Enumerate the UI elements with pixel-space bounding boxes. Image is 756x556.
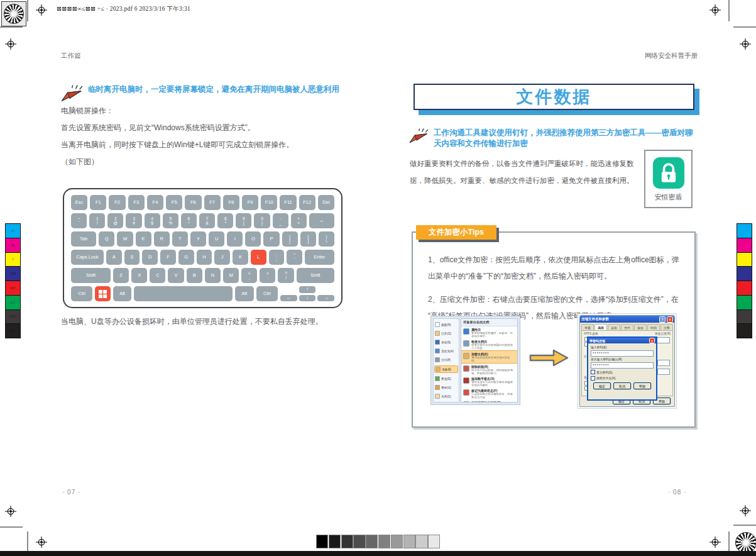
office-prepare-item-icon xyxy=(463,377,469,384)
color-swatch xyxy=(737,310,752,325)
winrar-tab: 备份 xyxy=(634,324,647,330)
arrow-left-key: ← xyxy=(280,295,297,302)
office-menu-item: 打印(P) xyxy=(434,357,458,363)
field-fragment xyxy=(657,369,670,375)
windows-logo-icon xyxy=(99,290,107,298)
keyboard-key: Shift xyxy=(71,268,111,283)
field-fragment xyxy=(657,360,670,366)
keyboard-key: F11 xyxy=(280,195,296,210)
keyboard-key: T xyxy=(172,231,188,247)
keyboard-key: C xyxy=(150,268,165,283)
keyboard-row: ShiftZXCVBNM<,>.?/Shift xyxy=(71,268,334,283)
grayscale-swatch xyxy=(316,535,328,548)
tip-heading: 临时离开电脑时，一定要将屏幕锁定，避免在离开期间电脑被人恶意利用 xyxy=(88,84,344,95)
password-dialog-buttons: 确定取消帮助 xyxy=(591,381,654,391)
paragraph: （如下图） xyxy=(61,153,337,170)
keyboard-key: F8 xyxy=(223,195,239,210)
keyboard-key: <, xyxy=(241,268,257,283)
keyboard-key: 0) xyxy=(254,213,270,228)
app-badge-label: 安恒密盾 xyxy=(655,192,682,202)
keyboard-key: F9 xyxy=(242,195,258,210)
grayscale-swatch xyxy=(329,535,341,548)
keyboard-key: N xyxy=(205,268,221,283)
body-text: 做好重要资料文件的备份，以备当文件遭到严重破坏时，能迅速修复数据，降低损失。对重… xyxy=(410,155,647,189)
slug-line: ⊠⊠⊠⊠∞≤⊠⊠ ÷≤ · 2023.pdf 6 2023/3/16 下午3:3… xyxy=(57,5,190,13)
keyboard-key: X xyxy=(131,268,147,283)
office-menu-item: 保存(S) xyxy=(434,339,458,345)
grayscale-swatch xyxy=(378,535,390,548)
keyboard-key: Z xyxy=(113,268,129,283)
grayscale-swatch xyxy=(366,535,378,548)
keyboard-key: 3# xyxy=(126,213,141,228)
color-swatch: K xyxy=(6,324,20,338)
office-prepare-item-icon xyxy=(463,328,469,335)
office-prepare-item-text: 加密文档(E)通过添加加密来增强文档的安全性。 xyxy=(471,352,515,362)
color-swatch: Y xyxy=(6,253,20,267)
keyboard-row: ~`1!2@3#4$5%6^7&8*9(0)-_+=← xyxy=(71,213,334,228)
space-key xyxy=(134,286,233,301)
app-badge: 安恒密盾 xyxy=(644,150,693,208)
winrar-titlebar: 压缩文件名和参数 ? ✕ xyxy=(580,316,674,323)
paragraph: 首先设置系统密码，见前文“Windows系统密码设置方式”。 xyxy=(61,120,337,136)
cmyk-color-bar: CMYCMMYCYCMYK xyxy=(5,223,21,338)
print-sheet: ⊠⊠⊠⊠∞≤⊠⊠ ÷≤ · 2023.pdf 6 2023/3/16 下午3:3… xyxy=(0,0,756,556)
registration-crosshair-icon xyxy=(740,505,751,516)
section-title-box: 文件数据 xyxy=(414,84,694,110)
grayscale-swatch xyxy=(353,535,365,548)
cmyk-color-bar xyxy=(737,223,752,338)
color-swatch xyxy=(737,267,752,281)
keyboard-key: 9( xyxy=(236,213,251,228)
keyboard-key: B xyxy=(187,268,202,283)
winrar-tab: 选项 xyxy=(608,324,620,330)
office-prepare-item-text: 添加数字签名(S)通过添加不可见的数字签名来确保文档的完整性。 xyxy=(471,377,515,387)
registration-crosshair-icon xyxy=(740,38,751,50)
group-label: NTFS 选项 xyxy=(584,332,598,335)
office-menu-item-icon xyxy=(435,331,440,336)
keyboard-key: 8* xyxy=(217,213,233,228)
keyboard-key: H xyxy=(197,250,212,265)
keyboard-key: F3 xyxy=(128,195,145,210)
arrow-key-cluster: ↑←↓→ xyxy=(280,286,334,301)
color-swatch xyxy=(737,324,752,338)
grayscale-swatch xyxy=(403,535,415,548)
color-swatch: MY xyxy=(6,281,20,296)
keyboard-key: ~` xyxy=(71,213,87,228)
keyboard-key: F10 xyxy=(261,195,277,210)
office-prepare-item: 添加数字签名(S)通过添加不可见的数字签名来确保文档的完整性。 xyxy=(461,375,517,387)
keyboard-key: V xyxy=(168,268,184,283)
password-dialog-body: 输入密码(E) ******** 再次输入密码以确认(R) ******** 显… xyxy=(588,343,656,399)
color-swatch xyxy=(737,224,752,238)
tips-box: 文件加密小Tips 1、office文件加密：按照先后顺序，依次使用鼠标点击左上… xyxy=(412,231,696,428)
registration-star-target-icon xyxy=(735,532,756,553)
color-swatch: C xyxy=(6,224,20,238)
keyboard-key: "' xyxy=(287,250,302,265)
keyboard-row: EscF1F2F3F4F5F6F7F8F9F10F11F12Del xyxy=(71,195,334,210)
keyboard-key: 5% xyxy=(163,213,178,228)
keyboard-key: {[ xyxy=(282,231,298,247)
lock-icon xyxy=(652,157,685,189)
keyboard-key: 1! xyxy=(89,213,105,228)
crop-mark xyxy=(0,26,23,28)
color-swatch xyxy=(737,238,752,253)
tips-item: 1、office文件加密：按照先后顺序，依次使用鼠标点击左上角office图标，… xyxy=(428,252,682,284)
section-title: 文件数据 xyxy=(517,86,592,108)
left-page-number: · 07 · xyxy=(62,489,80,496)
tips-list: 1、office文件加密：按照先后顺序，依次使用鼠标点击左上角office图标，… xyxy=(413,233,694,324)
office-menu-item-icon xyxy=(436,367,441,372)
keyboard-key: M xyxy=(223,268,239,283)
keyboard-key: F5 xyxy=(166,195,182,210)
tip-heading: 工作沟通工具建议使用钉钉，并强烈推荐使用第三方加密工具——密盾对聊天内容和文件传… xyxy=(434,128,699,149)
crop-mark xyxy=(728,0,730,21)
office-menu-item: 准备(E) xyxy=(434,365,458,373)
keyboard-key: F12 xyxy=(299,195,315,210)
winrar-tabs: 常规高级选项文件备份时间注释 xyxy=(580,323,674,330)
keyboard-key: 7& xyxy=(199,213,215,228)
office-prepare-panel-title: 准备要分发的文档 xyxy=(461,319,517,326)
grayscale-swatch xyxy=(428,535,440,548)
show-password-checkbox-row: 显示密码(S) xyxy=(591,370,654,374)
office-menu-item-icon xyxy=(435,322,440,327)
keyboard-key: Enter xyxy=(305,250,334,265)
winrar-dialog: 压缩文件名和参数 ? ✕ 常规高级选项文件备份时间注释 NTFS 选项 恢复记录… xyxy=(579,315,675,407)
paragraph: 电脑锁屏操作： xyxy=(61,103,337,120)
keyboard-row: Caps LockASDFGHJKL:;"'Enter xyxy=(71,250,334,265)
